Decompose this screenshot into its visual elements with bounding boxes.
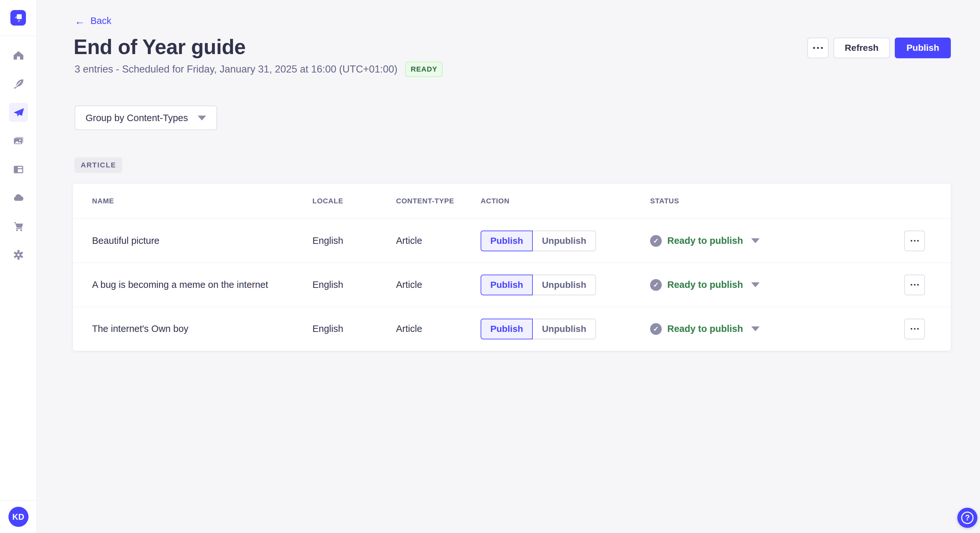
- unpublish-toggle-button[interactable]: Unpublish: [533, 319, 596, 339]
- publish-toggle-button[interactable]: Publish: [480, 230, 533, 251]
- publish-toggle-button[interactable]: Publish: [480, 274, 533, 295]
- column-header-name: NAME: [92, 197, 312, 205]
- arrow-left-icon: ←: [75, 16, 85, 26]
- action-toggle: Publish Unpublish: [480, 274, 650, 295]
- column-header-status: STATUS: [650, 197, 904, 205]
- release-more-button[interactable]: [807, 38, 829, 58]
- main-content: ← Back End of Year guide 3 entries - Sch…: [37, 0, 980, 533]
- sidebar-item-cloud[interactable]: [9, 189, 28, 207]
- entries-table: NAME LOCALE CONTENT-TYPE ACTION STATUS B…: [73, 184, 951, 351]
- chevron-down-icon: [198, 116, 206, 121]
- ellipsis-icon: [911, 284, 912, 286]
- entry-name: The internet's Own boy: [92, 324, 312, 334]
- strapi-logo-icon: [10, 10, 26, 25]
- sidebar-item-releases[interactable]: [9, 103, 28, 122]
- entry-name: Beautiful picture: [92, 235, 312, 246]
- check-circle-icon: ✓: [650, 279, 662, 291]
- strapi-logo[interactable]: [10, 10, 26, 25]
- sidebar-item-marketplace[interactable]: [9, 217, 28, 236]
- feather-icon: [12, 78, 25, 90]
- check-circle-icon: ✓: [650, 323, 662, 335]
- entry-content-type: Article: [396, 279, 480, 290]
- chevron-down-icon: [751, 238, 760, 243]
- status-badge: READY: [405, 62, 443, 77]
- entry-status-dropdown[interactable]: ✓ Ready to publish: [650, 279, 904, 291]
- group-by-select[interactable]: Group by Content-Types: [75, 106, 217, 130]
- cart-icon: [12, 220, 25, 233]
- entry-name: A bug is becoming a meme on the internet: [92, 279, 312, 290]
- sidebar-nav: [0, 46, 37, 264]
- refresh-button[interactable]: Refresh: [834, 38, 890, 58]
- entry-status-label: Ready to publish: [667, 279, 743, 290]
- user-avatar[interactable]: KD: [8, 507, 29, 527]
- pictures-icon: [12, 134, 25, 148]
- back-link[interactable]: ← Back: [75, 16, 111, 26]
- sidebar-item-content-manager[interactable]: [9, 75, 28, 93]
- chevron-down-icon: [751, 282, 760, 287]
- question-circle-icon: ?: [961, 512, 974, 524]
- sidebar-user-area: KD: [0, 500, 37, 533]
- table-header-row: NAME LOCALE CONTENT-TYPE ACTION STATUS: [73, 184, 951, 219]
- layout-icon: [12, 163, 25, 176]
- check-circle-icon: ✓: [650, 235, 662, 247]
- entry-status-dropdown[interactable]: ✓ Ready to publish: [650, 323, 904, 335]
- row-more-button[interactable]: [904, 319, 925, 339]
- entry-status-label: Ready to publish: [667, 235, 743, 246]
- gear-icon: [12, 248, 25, 261]
- column-header-locale: LOCALE: [312, 197, 396, 205]
- entry-content-type: Article: [396, 324, 480, 334]
- cloud-icon: [12, 191, 25, 204]
- action-toggle: Publish Unpublish: [480, 230, 650, 251]
- header-actions: Refresh Publish: [807, 38, 951, 58]
- unpublish-toggle-button[interactable]: Unpublish: [533, 274, 596, 295]
- entry-status-dropdown[interactable]: ✓ Ready to publish: [650, 235, 904, 247]
- ellipsis-icon: [911, 328, 912, 330]
- column-header-content-type: CONTENT-TYPE: [396, 197, 480, 205]
- column-header-action: ACTION: [480, 197, 650, 205]
- page-title: End of Year guide: [73, 35, 246, 59]
- subtitle-row: 3 entries - Scheduled for Friday, Januar…: [75, 62, 443, 77]
- sidebar: KD: [0, 0, 37, 533]
- entry-status-label: Ready to publish: [667, 324, 743, 334]
- home-icon: [12, 49, 25, 62]
- table-row: Beautiful picture English Article Publis…: [73, 219, 951, 263]
- group-by-label: Group by Content-Types: [86, 113, 188, 124]
- entry-locale: English: [312, 279, 396, 290]
- chevron-down-icon: [751, 327, 760, 331]
- entry-locale: English: [312, 235, 396, 246]
- action-toggle: Publish Unpublish: [480, 319, 650, 339]
- content-type-group-badge: ARTICLE: [75, 157, 122, 173]
- publish-toggle-button[interactable]: Publish: [480, 319, 533, 339]
- release-schedule-text: 3 entries - Scheduled for Friday, Januar…: [75, 63, 397, 75]
- paper-plane-icon: [12, 106, 25, 119]
- publish-release-button[interactable]: Publish: [895, 38, 951, 58]
- sidebar-logo-area: [0, 0, 36, 36]
- row-more-button[interactable]: [904, 230, 925, 251]
- entry-content-type: Article: [396, 235, 480, 246]
- table-row: The internet's Own boy English Article P…: [73, 307, 951, 351]
- sidebar-item-settings[interactable]: [9, 246, 28, 264]
- sidebar-item-content-type-builder[interactable]: [9, 160, 28, 179]
- help-button[interactable]: ?: [957, 508, 977, 528]
- ellipsis-icon: [813, 47, 815, 49]
- back-label: Back: [91, 16, 111, 26]
- ellipsis-icon: [911, 240, 912, 241]
- row-more-button[interactable]: [904, 274, 925, 295]
- sidebar-item-media-library[interactable]: [9, 132, 28, 150]
- sidebar-item-home[interactable]: [9, 46, 28, 65]
- entry-locale: English: [312, 324, 396, 334]
- table-row: A bug is becoming a meme on the internet…: [73, 263, 951, 307]
- unpublish-toggle-button[interactable]: Unpublish: [533, 230, 596, 251]
